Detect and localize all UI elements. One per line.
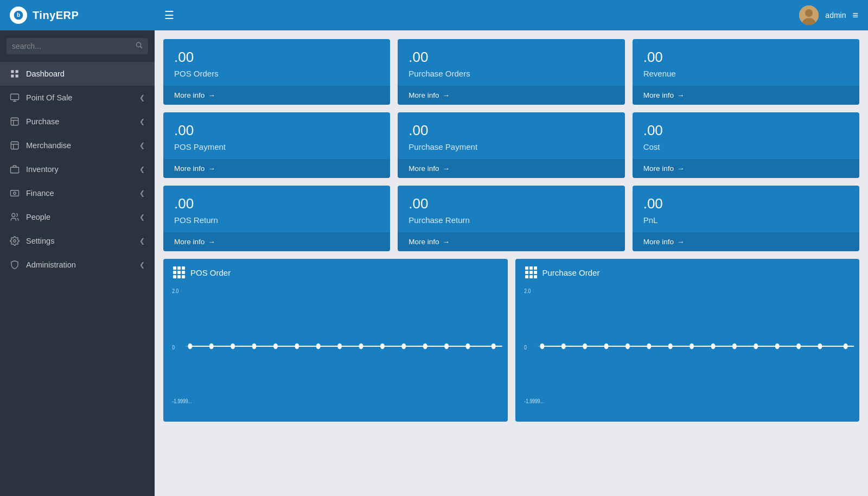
svg-point-20 — [12, 213, 15, 217]
avatar — [799, 5, 819, 25]
stat-card-body: .00 Purchase Orders — [398, 39, 624, 86]
search-wrapper[interactable] — [7, 38, 148, 54]
chart-header: POS Order — [163, 259, 508, 284]
svg-point-21 — [14, 240, 16, 243]
chart-body: 2.0 0 -1.9999... — [163, 284, 508, 414]
stat-card-footer[interactable]: More info → — [398, 232, 624, 251]
chart-title: Purchase Order — [542, 268, 600, 277]
svg-point-19 — [14, 192, 16, 195]
chart-title: POS Order — [190, 268, 231, 277]
chart-svg: 2.0 0 -1.9999... — [521, 284, 854, 409]
stat-card-footer[interactable]: More info → — [163, 159, 390, 178]
stat-label: Purchase Orders — [409, 69, 614, 78]
arrow-right-icon: → — [677, 238, 685, 246]
stat-card-body: .00 POS Return — [163, 186, 390, 232]
main-area: ☰ admin ≡ .00 POS Orders — [155, 0, 868, 496]
svg-rect-17 — [11, 167, 19, 173]
stat-card-footer[interactable]: More info → — [398, 86, 624, 105]
arrow-right-icon: → — [443, 238, 450, 246]
stat-card-body: .00 Purchase Return — [398, 186, 624, 232]
svg-rect-4 — [11, 70, 14, 73]
stat-card-pos-orders: .00 POS Orders More info → — [163, 39, 390, 105]
chart-dot — [492, 344, 496, 349]
svg-rect-8 — [11, 94, 19, 100]
sidebar-item-merchandise[interactable]: Merchandise ❮ — [0, 133, 155, 157]
svg-rect-11 — [11, 118, 18, 125]
sidebar-item-administration[interactable]: Administration ❮ — [0, 253, 155, 277]
more-info-label: More info — [643, 238, 674, 246]
stat-card-purchase-return: .00 Purchase Return More info → — [398, 186, 624, 251]
chevron-right-icon: ❮ — [139, 142, 145, 149]
stat-card-pnl: .00 PnL More info → — [633, 186, 859, 251]
svg-line-3 — [141, 47, 142, 48]
stat-value: .00 — [174, 122, 379, 139]
hamburger-icon[interactable]: ☰ — [164, 9, 174, 22]
search-input[interactable] — [12, 42, 131, 50]
stat-card-footer[interactable]: More info → — [633, 159, 859, 178]
stat-card-footer[interactable]: More info → — [398, 159, 624, 178]
chart-dot — [732, 344, 736, 349]
topbar-menu-icon[interactable]: ≡ — [852, 10, 858, 21]
chart-dot — [359, 344, 363, 349]
chevron-right-icon: ❮ — [139, 237, 145, 245]
app-name: TinyERP — [33, 9, 79, 22]
y-max-label: 2.0 — [172, 288, 178, 294]
stat-card-footer[interactable]: More info → — [163, 232, 390, 251]
stat-card-body: .00 Cost — [633, 112, 859, 159]
svg-text:b: b — [17, 12, 20, 18]
stat-label: PnL — [643, 215, 848, 225]
stat-card-body: .00 POS Orders — [163, 39, 390, 86]
sidebar-item-people[interactable]: People ❮ — [0, 205, 155, 229]
chevron-right-icon: ❮ — [139, 261, 145, 269]
stat-card-body: .00 Revenue — [633, 39, 859, 86]
chart-dot — [231, 344, 235, 349]
sidebar-item-label: Purchase — [26, 117, 59, 126]
stat-card-body: .00 Purchase Payment — [398, 112, 624, 159]
chart-grid-icon — [173, 266, 185, 278]
stat-card-footer[interactable]: More info → — [633, 232, 859, 251]
y-zero-label: 0 — [172, 344, 175, 351]
sidebar-item-purchase[interactable]: Purchase ❮ — [0, 110, 155, 133]
chevron-right-icon: ❮ — [139, 118, 145, 125]
chart-dot — [273, 344, 278, 349]
merchandise-icon — [10, 141, 20, 150]
stat-value: .00 — [174, 195, 379, 212]
svg-rect-14 — [11, 142, 18, 149]
sidebar-item-dashboard[interactable]: Dashboard — [0, 62, 155, 86]
stat-label: Cost — [643, 142, 848, 151]
people-icon — [10, 212, 20, 222]
sidebar-item-label: Inventory — [26, 165, 59, 174]
stat-card-footer[interactable]: More info → — [633, 86, 859, 105]
sidebar-item-label: People — [26, 213, 50, 221]
sidebar-item-settings[interactable]: Settings ❮ — [0, 229, 155, 253]
svg-rect-6 — [11, 75, 14, 78]
content-area: .00 POS Orders More info → .00 Purchase … — [155, 30, 868, 496]
stat-card-pos-return: .00 POS Return More info → — [163, 186, 390, 251]
chevron-right-icon: ❮ — [139, 166, 145, 173]
chart-dot — [401, 344, 406, 349]
sidebar-item-inventory[interactable]: Inventory ❮ — [0, 157, 155, 181]
purchase-icon — [10, 117, 20, 126]
stat-value: .00 — [643, 49, 848, 66]
sidebar-item-finance[interactable]: Finance ❮ — [0, 181, 155, 205]
more-info-label: More info — [409, 91, 439, 99]
sidebar-item-label: Point Of Sale — [26, 93, 72, 102]
chart-dot — [316, 344, 321, 349]
stat-value: .00 — [409, 49, 614, 66]
stat-card-purchase-payment: .00 Purchase Payment More info → — [398, 112, 624, 178]
chart-dot — [583, 344, 587, 349]
arrow-right-icon: → — [443, 164, 450, 173]
svg-point-2 — [136, 42, 141, 47]
chevron-right-icon: ❮ — [139, 213, 145, 221]
search-box — [0, 30, 155, 62]
stat-label: POS Orders — [174, 69, 379, 78]
arrow-right-icon: → — [208, 238, 215, 246]
chart-dot — [444, 344, 449, 349]
stat-card-cost: .00 Cost More info → — [633, 112, 859, 178]
arrow-right-icon: → — [208, 164, 215, 173]
stat-value: .00 — [643, 195, 848, 212]
stat-card-footer[interactable]: More info → — [163, 86, 390, 105]
stat-card-purchase-orders: .00 Purchase Orders More info → — [398, 39, 624, 105]
sidebar-item-point-of-sale[interactable]: Point Of Sale ❮ — [0, 86, 155, 110]
arrow-right-icon: → — [443, 91, 450, 99]
